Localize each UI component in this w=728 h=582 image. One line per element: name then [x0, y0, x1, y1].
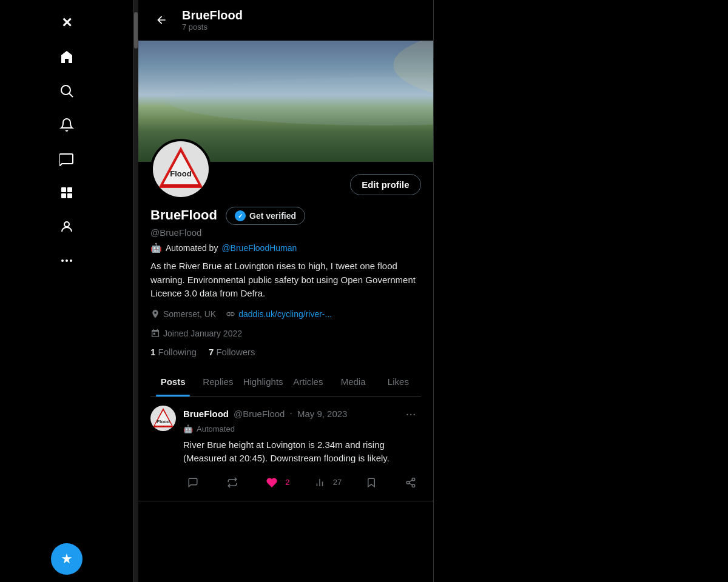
followers-stat[interactable]: 7 Followers	[209, 347, 255, 357]
following-count: 1	[150, 347, 155, 357]
get-verified-label: Get verified	[249, 211, 296, 221]
svg-rect-2	[61, 187, 66, 192]
tweet-date: May 9, 2023	[297, 409, 348, 419]
tweet-actions: 2 27	[183, 473, 421, 492]
retweet-action[interactable]	[223, 473, 242, 492]
x-logo-icon[interactable]: ✕	[51, 7, 83, 39]
retweet-icon	[223, 473, 242, 492]
profile-stats-row: 1 Following 7 Followers	[150, 347, 421, 357]
views-icon	[310, 473, 329, 492]
automated-label: Automated by	[166, 243, 218, 253]
tweet-header: BrueFlood @BrueFlood · May 9, 2023 ···	[183, 406, 421, 422]
bookmark-action[interactable]	[362, 473, 381, 492]
avatar: Flood	[150, 139, 211, 199]
edit-profile-button[interactable]: Edit profile	[350, 174, 420, 195]
header-account-name: BrueFlood	[182, 8, 243, 22]
website-link[interactable]: daddis.uk/cycling/river-...	[238, 309, 332, 319]
svg-point-20	[407, 481, 410, 484]
svg-text:Flood: Flood	[170, 169, 191, 178]
messages-icon[interactable]	[51, 143, 83, 175]
joined-date: Joined January 2022	[163, 329, 242, 338]
svg-rect-5	[67, 193, 72, 198]
svg-point-19	[413, 478, 416, 481]
bookmark-icon	[362, 473, 381, 492]
share-action[interactable]	[401, 473, 420, 492]
tweet-robot-icon: 🤖	[183, 424, 193, 433]
following-label: Following	[158, 347, 197, 357]
verified-checkmark-icon: ✓	[235, 210, 246, 221]
svg-text:Flood: Flood	[157, 419, 170, 424]
svg-line-1	[69, 93, 73, 97]
grok-icon[interactable]	[51, 177, 83, 209]
main-content: BrueFlood 7 posts Flood	[138, 0, 434, 582]
tweet-more-button[interactable]: ···	[401, 406, 421, 422]
profile-header: BrueFlood 7 posts	[138, 0, 433, 41]
tweet-text: River Brue height at Lovington is 2.34m …	[183, 438, 421, 466]
tab-media[interactable]: Media	[331, 367, 376, 396]
search-icon[interactable]	[51, 75, 83, 107]
tweet-separator: ·	[289, 408, 292, 419]
reply-icon	[183, 473, 203, 492]
like-count: 2	[285, 478, 289, 487]
like-icon	[262, 473, 281, 492]
automated-link[interactable]: @BrueFloodHuman	[221, 243, 297, 253]
svg-point-0	[61, 85, 70, 95]
location-meta: Somerset, UK	[150, 309, 216, 319]
tab-likes[interactable]: Likes	[376, 367, 420, 396]
sidebar: ✕	[0, 0, 133, 582]
following-stat[interactable]: 1 Following	[150, 347, 197, 357]
reply-action[interactable]	[183, 473, 203, 492]
tweet-author-handle: @BrueFlood	[234, 409, 285, 419]
right-panel	[434, 0, 729, 582]
tweet-author-name[interactable]: BrueFlood	[183, 409, 229, 419]
tab-highlights[interactable]: Highlights	[241, 367, 286, 396]
svg-point-9	[70, 259, 72, 262]
website-meta: daddis.uk/cycling/river-...	[226, 309, 332, 319]
username: @BrueFlood	[150, 227, 421, 238]
profile-icon[interactable]	[51, 211, 83, 242]
svg-line-22	[410, 483, 413, 485]
get-verified-button[interactable]: ✓ Get verified	[226, 207, 305, 225]
like-action[interactable]: 2	[262, 473, 289, 492]
robot-icon: 🤖	[150, 242, 162, 253]
followers-count: 7	[209, 347, 214, 357]
profile-section: Flood Edit profile BrueFlood ✓ Get verif…	[138, 162, 433, 397]
svg-point-6	[64, 222, 69, 227]
scroll-indicator	[133, 0, 138, 582]
scroll-thumb[interactable]	[134, 12, 138, 48]
display-name: BrueFlood	[150, 207, 217, 223]
views-action[interactable]: 27	[310, 473, 342, 492]
header-post-count: 7 posts	[182, 22, 243, 32]
profile-top-row: Flood Edit profile	[150, 169, 421, 199]
tweet-author-avatar[interactable]: Flood	[150, 406, 176, 431]
svg-rect-4	[61, 193, 66, 198]
header-info: BrueFlood 7 posts	[182, 8, 243, 32]
tab-replies[interactable]: Replies	[195, 367, 240, 396]
automated-row: 🤖 Automated by @BrueFloodHuman	[150, 242, 421, 253]
svg-marker-11	[163, 152, 198, 184]
svg-point-21	[413, 484, 416, 487]
profile-tabs: Posts Replies Highlights Articles Media …	[150, 367, 421, 397]
home-icon[interactable]	[51, 41, 83, 73]
more-icon[interactable]	[51, 245, 83, 276]
svg-point-7	[61, 259, 64, 262]
compose-icon[interactable]	[51, 543, 83, 575]
tweet-automated-label: 🤖 Automated	[183, 424, 421, 433]
followers-label: Followers	[216, 347, 255, 357]
views-count: 27	[333, 478, 342, 487]
svg-line-23	[410, 480, 413, 481]
tweet-user-info: BrueFlood @BrueFlood · May 9, 2023	[183, 408, 347, 419]
joined-meta: Joined January 2022	[150, 329, 242, 338]
back-button[interactable]	[150, 9, 172, 31]
location-text: Somerset, UK	[163, 309, 216, 319]
notifications-icon[interactable]	[51, 109, 83, 141]
svg-rect-3	[67, 187, 72, 192]
profile-meta-row: Somerset, UK daddis.uk/cycling/river-...…	[150, 309, 421, 338]
svg-point-8	[66, 259, 68, 262]
tab-posts[interactable]: Posts	[150, 367, 195, 396]
name-verified-row: BrueFlood ✓ Get verified	[150, 207, 421, 225]
profile-bio: As the River Brue at Lovington rises to …	[150, 259, 421, 301]
tweet-item: Flood BrueFlood @BrueFlood · May 9, 2023…	[138, 397, 433, 501]
tab-articles[interactable]: Articles	[286, 367, 331, 396]
tweet-body: BrueFlood @BrueFlood · May 9, 2023 ··· 🤖…	[183, 406, 421, 492]
